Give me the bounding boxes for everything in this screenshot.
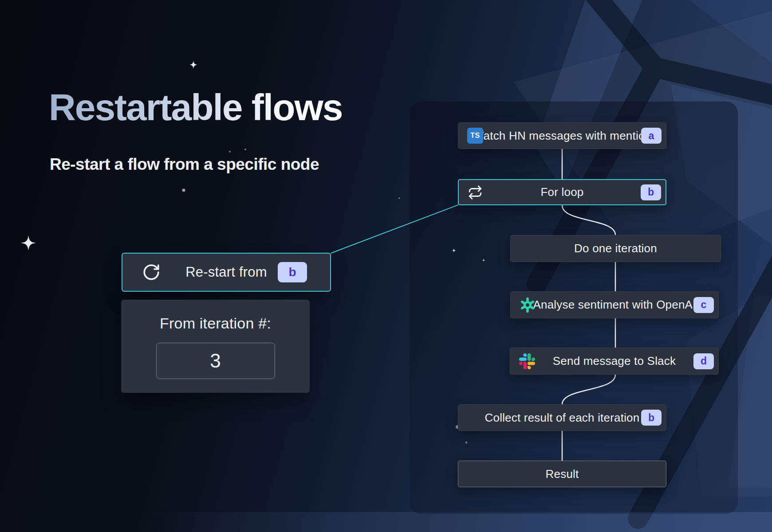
flow-node-watch-hn[interactable]: TS Watch HN messages with mention a bbox=[458, 122, 666, 149]
node-label: Watch HN messages with mention bbox=[473, 129, 651, 143]
from-iteration-panel: From iteration #: bbox=[121, 300, 310, 393]
node-badge: b bbox=[278, 262, 307, 282]
node-badge: c bbox=[693, 297, 714, 313]
node-label: Result bbox=[546, 467, 579, 481]
flow-node-collect-result[interactable]: Collect result of each iteration b bbox=[458, 404, 666, 431]
flow-node-do-one-iteration[interactable]: Do one iteration bbox=[510, 235, 721, 262]
node-label: Analyse sentiment with OpenAI bbox=[533, 298, 696, 312]
typescript-icon: TS bbox=[467, 128, 483, 144]
node-label: Do one iteration bbox=[574, 242, 657, 255]
node-label: Send message to Slack bbox=[553, 354, 676, 368]
openai-icon bbox=[520, 297, 536, 313]
node-badge: a bbox=[641, 128, 662, 144]
page-subtitle: Re-start a flow from a specific node bbox=[50, 155, 319, 174]
background-bottom-band bbox=[0, 512, 772, 532]
restart-from-button[interactable]: Re-start from b bbox=[122, 253, 331, 292]
iteration-input[interactable] bbox=[156, 343, 275, 379]
flow-node-for-loop[interactable]: For loop b bbox=[458, 179, 666, 205]
page-title: Restartable flows bbox=[49, 87, 343, 128]
flow-node-analyse-sentiment[interactable]: Analyse sentiment with OpenAI c bbox=[510, 291, 719, 318]
node-label: Collect result of each iteration bbox=[485, 411, 640, 425]
node-label: For loop bbox=[541, 185, 584, 199]
from-iteration-label: From iteration #: bbox=[160, 315, 271, 332]
flow-node-result[interactable]: Result bbox=[458, 461, 666, 487]
restart-from-label: Re-start from bbox=[185, 264, 267, 280]
node-badge: d bbox=[693, 353, 714, 369]
node-badge: b bbox=[641, 184, 661, 200]
loop-icon bbox=[468, 185, 483, 200]
slack-icon bbox=[519, 353, 535, 369]
page: Restartable flows Re-start a flow from a… bbox=[0, 0, 772, 532]
flow-node-send-slack[interactable]: Send message to Slack d bbox=[510, 348, 719, 375]
node-badge: b bbox=[641, 410, 662, 426]
refresh-icon bbox=[142, 263, 161, 282]
